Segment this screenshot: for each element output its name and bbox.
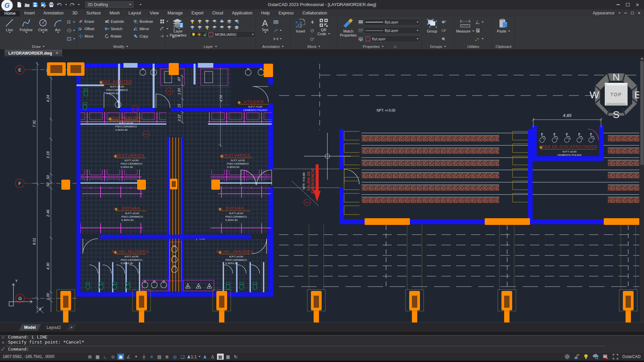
layer-select[interactable]: MOBILIARIO <box>190 31 256 38</box>
hatch-tools-button[interactable] <box>67 35 75 43</box>
tab-view[interactable]: View <box>146 10 163 16</box>
layer-copy-icon[interactable] <box>234 25 239 30</box>
layer-freeze-icon[interactable] <box>197 25 202 30</box>
tab-close-icon[interactable]: ✕ <box>55 51 58 55</box>
cloud-search-icon[interactable] <box>593 354 599 359</box>
polar-toggle-icon[interactable]: ⊙ <box>110 354 116 360</box>
calculator-icon[interactable] <box>475 27 484 34</box>
angle-measure-icon[interactable] <box>475 18 484 26</box>
app-logo-icon[interactable]: G <box>1 0 13 11</box>
grid-toggle-icon[interactable]: ▦ <box>94 354 101 360</box>
explode-button[interactable]: Explode <box>104 18 130 25</box>
ortho-toggle-icon[interactable]: ∟ <box>102 354 109 360</box>
appearance-menu[interactable]: Appearance <box>593 11 614 15</box>
group-button[interactable]: Group <box>423 18 441 33</box>
snap-toggle-icon[interactable]: ⊞ <box>87 354 93 360</box>
group-edit-icon[interactable] <box>441 27 446 34</box>
doc-minimize-button[interactable] <box>624 13 627 13</box>
linetype-select[interactable]: ByLayer <box>364 27 420 34</box>
annotation-scale-button[interactable]: ♟ 1:1 <box>187 354 197 360</box>
properties-launcher-icon[interactable]: ◱ <box>394 45 397 48</box>
clean-screen-icon[interactable]: ↻ <box>232 354 239 360</box>
arc-button[interactable]: Arc <box>52 18 64 33</box>
layer-merge-icon[interactable] <box>219 25 224 30</box>
text-button[interactable]: A Text <box>257 18 273 33</box>
save-icon[interactable] <box>32 2 38 8</box>
paste-button[interactable]: Paste <box>494 18 513 33</box>
open-file-icon[interactable] <box>24 2 30 8</box>
boolean-button[interactable]: Boolean <box>133 18 157 25</box>
command-close-icon[interactable]: ✕ <box>1 341 4 345</box>
panel-label-block[interactable]: Block <box>290 44 337 49</box>
layer-previous-icon[interactable] <box>227 19 232 24</box>
lineweight-icon[interactable] <box>358 18 363 26</box>
tab-export[interactable]: Export <box>187 10 208 16</box>
layer-isolate-icon[interactable] <box>234 19 239 24</box>
block-editor-button[interactable] <box>310 27 315 34</box>
tab-layout2[interactable]: Layout2 <box>41 324 66 331</box>
layer-match-icon[interactable] <box>219 19 224 24</box>
color-grid-icon[interactable] <box>358 35 363 43</box>
image-warning-icon[interactable]: ! <box>603 354 609 359</box>
offset-button[interactable]: Offset <box>78 25 101 33</box>
doc-restore-button[interactable] <box>631 12 634 14</box>
annotation-visibility-icon[interactable]: ♟ <box>202 354 208 360</box>
tab-annotation[interactable]: Annotation <box>39 10 68 16</box>
panel-label-modify[interactable]: Modify <box>77 44 165 49</box>
layer-lock-icon[interactable] <box>205 25 210 30</box>
scroll-up-icon[interactable] <box>641 58 643 59</box>
lineweight-toggle-icon[interactable]: ≡ <box>148 354 155 360</box>
panel-label-groups[interactable]: Groups <box>422 44 454 49</box>
color-select[interactable]: ByLayer <box>364 36 420 42</box>
panel-label-properties[interactable]: Properties ◱ <box>338 44 422 49</box>
undo-dropdown-icon[interactable] <box>65 4 67 5</box>
display-monitor-icon[interactable]: ❏ <box>179 354 186 360</box>
group-select-icon[interactable] <box>441 35 446 43</box>
circle-button[interactable]: Circle <box>35 18 51 33</box>
copy-button[interactable]: Copy <box>133 33 157 40</box>
mirror-button[interactable]: Mirror <box>133 25 157 33</box>
layer-off-icon[interactable] <box>190 25 195 30</box>
viewcube[interactable]: TOP N S W E <box>590 71 641 120</box>
toolbar-overflow-icon[interactable] <box>140 4 142 5</box>
linetype-icon[interactable] <box>358 27 363 34</box>
doc-close-button[interactable]: ✕ <box>638 11 641 15</box>
dynamic-input-toggle-icon[interactable]: ▣ <box>117 354 124 360</box>
define-attribute-button[interactable] <box>310 18 315 26</box>
point-tools-button[interactable] <box>67 18 75 26</box>
background-toggle-icon[interactable]: ▩ <box>217 354 224 360</box>
measure-button[interactable]: Measure <box>456 18 475 33</box>
table-button[interactable] <box>273 18 282 26</box>
quick-properties-toggle-icon[interactable]: ▤ <box>156 354 163 360</box>
save-as-icon[interactable] <box>40 2 46 8</box>
new-file-icon[interactable] <box>16 2 22 8</box>
layer-walk-icon[interactable] <box>227 25 232 30</box>
tab-layout[interactable]: Layout <box>124 10 146 16</box>
window-close-button[interactable]: ✕ <box>636 3 639 7</box>
polyline-button[interactable]: Polyline <box>18 18 34 33</box>
viewcube-west[interactable]: W <box>590 89 599 100</box>
command-window[interactable]: ✕ Command: L LINE Specify first point: *… <box>0 335 644 352</box>
osnap-toggle-icon[interactable]: ⌖ <box>133 354 140 360</box>
tab-collaboration[interactable]: Collaboration <box>298 10 331 16</box>
window-minimize-button[interactable] <box>616 4 620 5</box>
viewcube-south[interactable]: S <box>613 109 620 120</box>
tab-model[interactable]: Model <box>19 324 41 331</box>
redo-dropdown-icon[interactable] <box>78 4 80 5</box>
drawing-canvas[interactable]: E F G 7.91 8.01 .50 4.24 3.18 .50 .50 2.… <box>0 56 644 322</box>
tab-cloud[interactable]: Cloud <box>208 10 228 16</box>
panel-label-utilities[interactable]: Utilities <box>454 44 492 49</box>
tab-surface[interactable]: Surface <box>82 10 105 16</box>
tab-express[interactable]: Express <box>274 10 298 16</box>
vertical-scroll-thumb[interactable] <box>640 61 644 165</box>
layer-on-icon[interactable] <box>190 19 195 24</box>
edit-attribute-button[interactable] <box>310 35 315 43</box>
layer-restore-icon[interactable] <box>212 25 217 30</box>
document-tab[interactable]: LAYDRAWORDER.dwg ✕ <box>5 50 62 56</box>
insert-button[interactable]: Insert <box>292 18 309 33</box>
isolate-objects-icon[interactable]: ≣ <box>164 354 170 360</box>
stretch-button[interactable]: Stretch <box>104 25 130 33</box>
move-button[interactable]: Move <box>78 33 101 40</box>
panel-label-layer[interactable]: Layer <box>165 44 256 49</box>
layer-thaw-icon[interactable] <box>197 19 202 24</box>
